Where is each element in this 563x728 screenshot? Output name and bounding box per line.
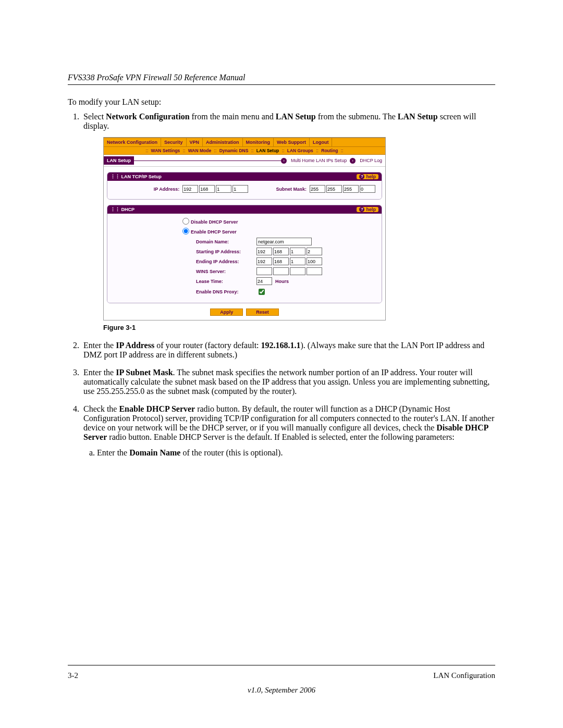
footer: 3-2 LAN Configuration — [68, 671, 495, 680]
wins-4[interactable] — [307, 267, 322, 275]
start-ip-4[interactable] — [307, 248, 322, 255]
instruction-list: Select Network Configuration from the ma… — [68, 112, 495, 458]
end-ip-3[interactable] — [290, 257, 305, 265]
intro-text: To modify your LAN setup: — [68, 97, 495, 107]
button-bar: Apply Reset — [107, 309, 382, 316]
start-ip-3[interactable] — [290, 248, 305, 255]
mainmenu-security[interactable]: Security — [161, 138, 187, 146]
section-title: LAN Configuration — [433, 671, 495, 680]
help-button[interactable]: ?help — [357, 207, 378, 212]
ip-octet-2[interactable] — [199, 185, 215, 193]
mask-octet-4[interactable] — [360, 185, 375, 193]
arrow-icon: › — [281, 158, 287, 164]
radio-enable-dhcp[interactable] — [182, 228, 189, 235]
reset-button[interactable]: Reset — [246, 309, 279, 316]
header-rule — [68, 84, 495, 85]
end-ip-1[interactable] — [256, 257, 272, 265]
wins-1[interactable] — [256, 267, 272, 275]
panel-lan-tcpip: ⋮⋮ LAN TCP/IP Setup ?help IP Address: Su… — [107, 172, 382, 200]
figure-caption: Figure 3-1 — [103, 324, 495, 331]
submenu-wan-mode[interactable]: WAN Mode — [188, 148, 211, 153]
submenu-wan-settings[interactable]: WAN Settings — [151, 148, 180, 153]
label-ending-ip: Ending IP Address: — [196, 259, 256, 264]
submenu-dynamic-dns[interactable]: Dynamic DNS — [219, 148, 249, 153]
label-domain-name: Domain Name: — [196, 239, 256, 244]
ip-octet-1[interactable] — [182, 185, 198, 193]
wins-2[interactable] — [273, 267, 289, 275]
page-tab-lan-setup: LAN Setup — [104, 156, 134, 165]
mask-octet-3[interactable] — [343, 185, 359, 193]
arrow-icon: › — [350, 158, 356, 164]
label-dns-proxy: Enable DNS Proxy: — [196, 289, 256, 294]
running-header: FVS338 ProSafe VPN Firewall 50 Reference… — [68, 73, 495, 82]
step-4: Check the Enable DHCP Server radio butto… — [81, 404, 495, 458]
label-subnet-mask: Subnet Mask: — [249, 187, 310, 192]
ip-octet-4[interactable] — [232, 185, 248, 193]
label-starting-ip: Starting IP Address: — [196, 249, 256, 254]
help-button[interactable]: ?help — [357, 174, 378, 179]
end-ip-4[interactable] — [307, 257, 322, 265]
substep-a: Enter the Domain Name of the router (thi… — [97, 448, 495, 458]
submenu-lan-groups[interactable]: LAN Groups — [287, 148, 313, 153]
main-menu: Network Configuration Security VPN Admin… — [104, 138, 385, 147]
panel-title: ⋮⋮ DHCP — [111, 207, 134, 212]
link-dhcp-log[interactable]: DHCP Log — [360, 158, 382, 163]
input-lease-time[interactable] — [256, 277, 272, 285]
step-3: Enter the IP Subnet Mask. The subnet mas… — [81, 368, 495, 396]
lan-setup-screenshot: Network Configuration Security VPN Admin… — [103, 137, 386, 320]
mainmenu-web-support[interactable]: Web Support — [274, 138, 310, 146]
radio-disable-dhcp[interactable] — [182, 218, 189, 225]
footer-rule — [68, 665, 495, 665]
mask-octet-2[interactable] — [326, 185, 342, 193]
step-2: Enter the IP Address of your router (fac… — [81, 341, 495, 360]
mainmenu-vpn[interactable]: VPN — [187, 138, 203, 146]
page-number: 3-2 — [68, 671, 78, 680]
label-enable-dhcp: Enable DHCP Server — [191, 229, 240, 235]
mask-octet-1[interactable] — [310, 185, 325, 193]
document-page: FVS338 ProSafe VPN Firewall 50 Reference… — [0, 0, 563, 728]
label-ip-address: IP Address: — [113, 187, 182, 192]
sub-menu: :: WAN Settings :: WAN Mode :: Dynamic D… — [104, 147, 385, 155]
mainmenu-logout[interactable]: Logout — [310, 138, 333, 146]
mainmenu-network-configuration[interactable]: Network Configuration — [104, 138, 161, 146]
checkbox-dns-proxy[interactable] — [259, 289, 265, 295]
start-ip-1[interactable] — [256, 248, 272, 255]
footer-version: v1.0, September 2006 — [0, 686, 563, 695]
link-multi-home-lan-ips[interactable]: Multi Home LAN IPs Setup — [291, 158, 347, 163]
input-domain-name[interactable] — [256, 238, 312, 245]
submenu-lan-setup[interactable]: LAN Setup — [256, 148, 279, 153]
end-ip-2[interactable] — [273, 257, 289, 265]
substep-list: Enter the Domain Name of the router (thi… — [83, 448, 495, 458]
submenu-routing[interactable]: Routing — [321, 148, 338, 153]
ip-octet-3[interactable] — [216, 185, 231, 193]
panel-title: ⋮⋮ LAN TCP/IP Setup — [111, 174, 162, 179]
wins-3[interactable] — [290, 267, 305, 275]
panel-dhcp: ⋮⋮ DHCP ?help Disable DHCP Server Enable… — [107, 205, 382, 303]
apply-button[interactable]: Apply — [210, 309, 243, 316]
start-ip-2[interactable] — [273, 248, 289, 255]
label-lease-time: Lease Time: — [196, 279, 256, 284]
label-hours: Hours — [273, 279, 292, 284]
label-disable-dhcp: Disable DHCP Server — [191, 219, 241, 225]
toolbar: LAN Setup › Multi Home LAN IPs Setup › D… — [104, 155, 385, 167]
mainmenu-administration[interactable]: Administration — [203, 138, 243, 146]
label-wins: WINS Server: — [196, 269, 256, 274]
mainmenu-monitoring[interactable]: Monitoring — [243, 138, 274, 146]
step-1: Select Network Configuration from the ma… — [81, 112, 495, 331]
